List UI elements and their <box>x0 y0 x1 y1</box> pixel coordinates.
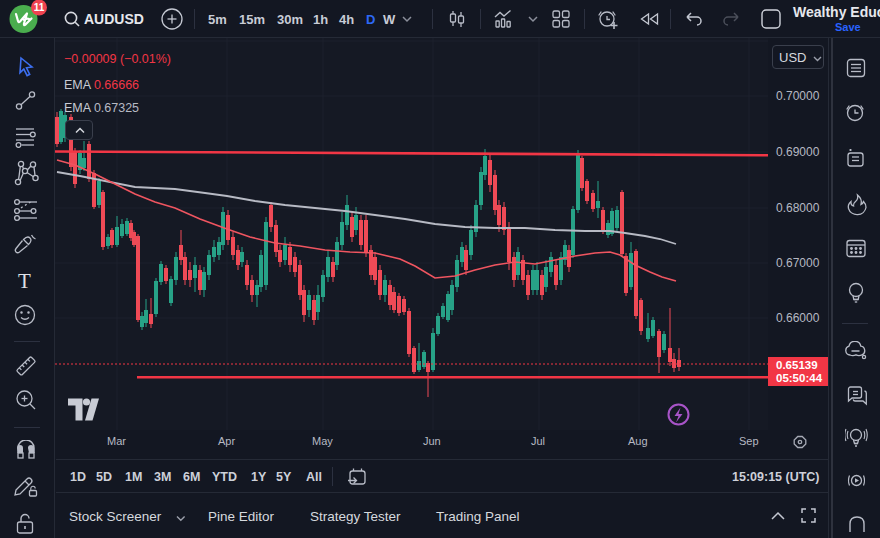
svg-text:11: 11 <box>34 2 45 13</box>
